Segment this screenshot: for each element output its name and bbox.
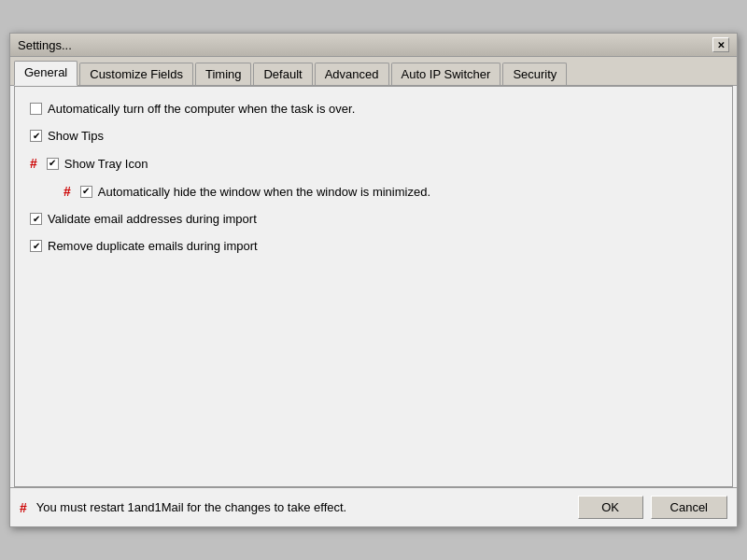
close-button[interactable]: ✕	[712, 37, 729, 52]
option-remove-duplicate: Remove duplicate emails during import	[30, 239, 717, 253]
option-auto-shutdown: Automatically turn off the computer when…	[30, 102, 717, 116]
label-show-tray-icon: Show Tray Icon	[64, 157, 148, 171]
checkbox-show-tips[interactable]	[30, 130, 42, 142]
cancel-button[interactable]: Cancel	[651, 496, 727, 519]
option-show-tray-icon: # Show Tray Icon	[30, 156, 717, 171]
tab-timing[interactable]: Timing	[195, 63, 252, 85]
option-show-tips: Show Tips	[30, 129, 717, 143]
checkbox-validate-email[interactable]	[30, 213, 42, 225]
tab-advanced[interactable]: Advanced	[315, 63, 389, 85]
option-validate-email: Validate email addresses during import	[30, 212, 717, 226]
checkbox-remove-duplicate[interactable]	[30, 240, 42, 252]
tab-general[interactable]: General	[14, 61, 78, 86]
checkbox-auto-hide[interactable]	[80, 186, 92, 198]
hash-marker-hide: #	[63, 184, 71, 199]
label-remove-duplicate: Remove duplicate emails during import	[48, 239, 258, 253]
option-auto-hide: # Automatically hide the window when the…	[63, 184, 717, 199]
tab-security[interactable]: Security	[502, 63, 567, 85]
title-bar-controls: ✕	[712, 37, 729, 52]
footer-message: # You must restart 1and1Mail for the cha…	[20, 500, 346, 515]
tab-default[interactable]: Default	[253, 63, 312, 85]
label-show-tips: Show Tips	[48, 129, 104, 143]
settings-window: Settings... ✕ General Customize Fields T…	[9, 33, 738, 527]
checkbox-show-tray-icon[interactable]	[47, 158, 59, 170]
label-auto-shutdown: Automatically turn off the computer when…	[48, 102, 355, 116]
footer: # You must restart 1and1Mail for the cha…	[10, 487, 737, 526]
label-auto-hide: Automatically hide the window when the w…	[98, 185, 430, 199]
tab-bar: General Customize Fields Timing Default …	[10, 57, 737, 86]
footer-buttons: OK Cancel	[578, 496, 727, 519]
label-validate-email: Validate email addresses during import	[48, 212, 257, 226]
tab-customize-fields[interactable]: Customize Fields	[79, 63, 193, 85]
window-title: Settings...	[18, 38, 72, 52]
checkbox-auto-shutdown[interactable]	[30, 103, 42, 115]
hash-marker-tray: #	[30, 156, 37, 171]
hash-marker-footer: #	[20, 500, 27, 515]
content-area: Automatically turn off the computer when…	[14, 86, 733, 487]
ok-button[interactable]: OK	[578, 496, 643, 519]
tab-auto-ip-switcher[interactable]: Auto IP Switcher	[391, 63, 501, 85]
footer-text: You must restart 1and1Mail for the chang…	[36, 500, 346, 514]
title-bar: Settings... ✕	[10, 34, 737, 57]
